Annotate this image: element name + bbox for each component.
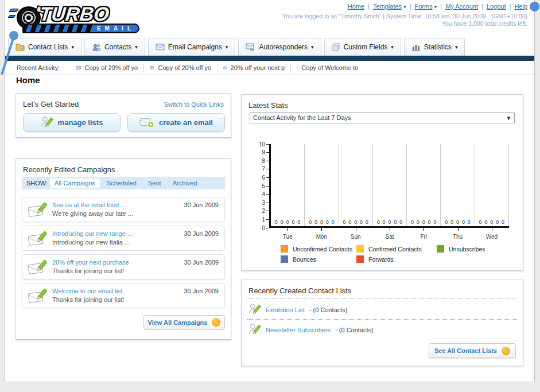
campaign-card[interactable]: 20% off your next purchase Thanks for jo… [22,254,225,280]
recent-activity-item[interactable]: 20% off your next p [217,63,290,72]
tab-label: Custom Fields [344,43,388,51]
contact-list-row[interactable]: Newsletter Subscribers - (0 Contacts) [248,321,374,339]
recently-created-contact-lists-panel: Recently Created Contact Lists Exhibitio… [241,280,523,366]
contact-list-row[interactable]: Exhibition List - (0 Contacts) [248,301,348,319]
create-email-label: create an email [159,118,213,127]
x-axis-tick [492,228,492,231]
bar-value-labels: 00000 [442,219,473,225]
separator: | [410,3,411,10]
campaign-title-link[interactable]: 20% off your next purchase [52,259,129,266]
filter-sent[interactable]: Sent [143,178,166,188]
show-label: SHOW: [26,180,48,187]
get-started-title: Let's Get Started [23,100,79,108]
person-pencil-icon [41,116,53,130]
legend-label: Unconfirmed Contacts [293,246,352,253]
contact-list-name-link[interactable]: Newsletter Subscribers [266,327,331,333]
filter-archived[interactable]: Archived [168,178,202,188]
recent-activity-item-label: Copy of 20% off yo [158,64,211,71]
chart-day-group: 00000Wed [475,144,509,226]
turbo-email-logo: TURBO EMAIL [7,2,145,35]
custom-fields-pages-icon [332,43,340,51]
stats-period-dropdown[interactable]: Contact Activity for the Last 7 Days ▼ [250,112,515,123]
x-axis-label: Wed [475,234,508,240]
bar-value-labels: 00000 [340,219,371,225]
x-axis-label: Fri [407,234,440,240]
campaign-title-link[interactable]: Introducing our new range ... [52,230,133,237]
filter-scheduled[interactable]: Scheduled [102,178,141,188]
y-axis-tick: 10 [259,141,269,147]
legend-label: Bounces [293,256,316,263]
y-axis-tick: 2 [262,208,269,214]
tab-label: Contact Lists [28,43,68,51]
nav-logout-link[interactable]: Logout [487,3,506,10]
recent-activity-item[interactable]: Copy of 20% off yo [70,63,143,72]
bar-value-labels: 00000 [374,219,405,225]
legend-label: Unsubscribes [449,246,485,253]
legend-swatch [356,245,364,253]
dropdown-arrow-icon: ▾ [403,4,406,10]
campaign-title-link[interactable]: Welcome to our email list [52,288,123,294]
bar-value-labels: 00000 [306,219,337,225]
envelope-pencil-icon [28,288,48,304]
recent-activity-item[interactable]: Copy of 20% off yo [143,63,217,72]
main-window: TURBO EMAIL Home|Templates ▾|Forms ▾|My … [5,0,535,382]
legend-label: Confirmed Contacts [368,246,422,253]
tab-email-campaigns[interactable]: Email Campaigns ▾ [148,38,236,56]
tab-label: Contacts [104,43,131,51]
x-axis-tick [356,228,356,231]
y-axis-tick: 4 [262,192,269,197]
recent-activity-item-label: Copy of 20% off yo [84,64,138,71]
recent-activity-item-label: Copy of Welcome to [301,64,358,71]
nav-help-link[interactable]: Help [514,3,527,10]
envelope-icon [150,65,154,71]
campaign-subtitle: Introducing our new Italia ... [52,239,130,246]
campaign-card[interactable]: Welcome to our email list Thanks for joi… [22,283,225,308]
x-axis-label: Mon [305,234,338,240]
campaign-title-link[interactable]: See us at the retail food ... [52,201,126,208]
y-axis-tick: 6 [262,174,269,180]
recent-activity-item[interactable]: Copy of Welcome to [290,63,364,72]
chart-day-group: 00000Thu [441,144,475,226]
legend-swatch [356,255,364,263]
campaign-date: 30 Jun 2009 [184,259,219,266]
campaign-card[interactable]: See us at the retail food ... We're givi… [22,197,225,222]
tab-autoresponders[interactable]: Autoresponders ▾ [238,38,321,56]
campaign-filter-bar: SHOW: All Campaigns Scheduled Sent Archi… [22,177,225,189]
recently-edited-campaigns-panel: Recently Edited Campaigns SHOW: All Camp… [15,158,231,340]
manage-lists-label: manage lists [58,118,103,127]
logo-text-turbo: TURBO [38,3,110,25]
filter-all-campaigns[interactable]: All Campaigns [50,178,100,188]
contact-lists-title: Recently Created Contact Lists [248,286,351,295]
nav-my-account-link[interactable]: My Account [445,3,478,10]
nav-templates-link[interactable]: Templates [373,3,402,10]
legend-item: Unconfirmed Contacts [281,245,356,253]
y-axis-tick: 3 [262,200,269,205]
contact-list-name-link[interactable]: Exhibition List [266,306,305,313]
bar-value-labels: 00000 [272,219,303,225]
contact-list-count: - (0 Contacts) [309,306,348,313]
see-all-contact-lists-button[interactable]: See All Contact Lists → [429,343,516,358]
credits-text: You have 1,000 total credits left. [442,20,527,27]
chart-y-axis: 109876543210 [250,144,269,228]
recent-activity-bar: Recent Activity: Copy of 20% off yo Copy… [5,61,534,75]
create-email-button[interactable]: create an email [127,113,225,132]
nav-home-link[interactable]: Home [348,3,364,10]
select-arrow-icon: ▼ [506,113,511,123]
envelope-icon [297,65,298,71]
switch-to-quick-links[interactable]: Switch to Quick Links [164,101,224,108]
manage-lists-button[interactable]: manage lists [23,113,121,132]
dotted-divider [247,319,517,320]
legend-swatch [437,245,444,253]
tab-statistics[interactable]: Statistics ▾ [404,38,465,56]
view-all-campaigns-button[interactable]: View All Campaigns → [143,315,225,329]
dotted-divider [247,298,517,298]
tab-contacts[interactable]: Contacts ▾ [84,38,145,56]
campaign-card[interactable]: Introducing our new range ... Introducin… [22,226,225,251]
nav-forms-link[interactable]: Forms [415,3,433,10]
campaign-date: 30 Jun 2009 [184,288,219,294]
legend-label: Forwards [368,256,394,263]
tab-custom-fields[interactable]: Custom Fields ▾ [324,38,401,56]
dropdown-arrow-icon: ▾ [391,44,394,50]
callout-dot-icon [530,2,539,11]
dropdown-arrow-icon: ▾ [455,44,458,50]
